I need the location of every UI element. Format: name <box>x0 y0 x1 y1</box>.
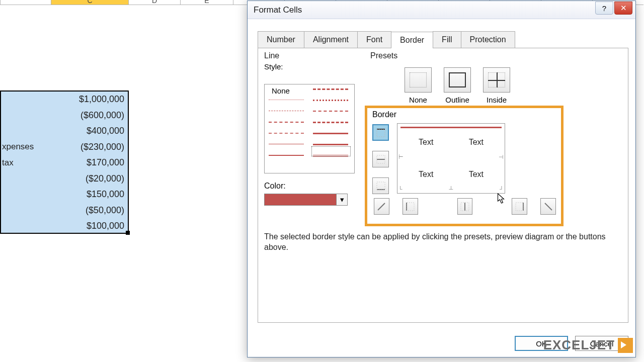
tab-bar: Number Alignment Font Border Fill Protec… <box>258 30 628 48</box>
svg-line-13 <box>545 203 552 210</box>
line-style-option[interactable] <box>269 155 304 158</box>
border-left-button[interactable] <box>403 198 418 215</box>
style-none[interactable]: None <box>272 86 290 95</box>
format-cells-dialog: Format Cells ? ✕ Number Alignment Font B… <box>247 1 636 357</box>
border-vmid-icon <box>460 202 470 212</box>
presets-section: Presets None Outline <box>370 51 622 104</box>
cell-value: $400,000 <box>52 126 128 136</box>
help-button[interactable]: ? <box>595 2 613 15</box>
border-bottom-icon <box>376 181 386 191</box>
preset-outline-icon <box>449 72 466 87</box>
col-d[interactable]: D <box>128 0 180 5</box>
border-section-highlight: Border Text Text Tex <box>365 106 564 226</box>
cell-value: ($50,000) <box>52 205 128 216</box>
watermark: EXCELJET <box>543 337 633 353</box>
preset-label: Inside <box>487 96 507 104</box>
tab-protection[interactable]: Protection <box>461 31 515 48</box>
preset-inside-icon <box>488 72 505 87</box>
preview-top-border <box>400 127 502 128</box>
border-left-icon <box>405 202 415 212</box>
preview-text: Text <box>419 170 433 179</box>
preview-text: Text <box>469 170 484 179</box>
selected-range[interactable]: $1,000,000 ($600,000) $400,000 xpenses($… <box>0 90 129 234</box>
border-right-button[interactable] <box>512 198 527 215</box>
tab-font[interactable]: Font <box>357 31 391 48</box>
row-label: xpenses <box>1 142 52 152</box>
cell-value: $100,000 <box>52 221 128 231</box>
svg-rect-5 <box>377 182 385 189</box>
cell-value: $150,000 <box>52 189 128 200</box>
line-group-label: Line <box>264 51 367 60</box>
cell-value: $170,000 <box>52 157 128 168</box>
watermark-text: EXCELJET <box>543 337 615 353</box>
col-c[interactable]: C <box>51 0 128 5</box>
line-style-option[interactable] <box>269 122 304 125</box>
line-style-option[interactable] <box>313 111 348 114</box>
svg-rect-12 <box>516 203 523 211</box>
help-text: The selected border style can be applied… <box>264 232 608 253</box>
preset-none-icon <box>410 72 427 87</box>
cell-value: ($20,000) <box>52 173 128 184</box>
preset-label: None <box>409 96 427 104</box>
line-style-option[interactable] <box>313 100 348 103</box>
tab-alignment[interactable]: Alignment <box>304 31 358 48</box>
border-top-button[interactable] <box>372 124 389 141</box>
line-style-list[interactable]: None <box>264 84 355 173</box>
tab-fill[interactable]: Fill <box>433 31 461 48</box>
border-bottom-button[interactable] <box>372 177 389 194</box>
line-style-option[interactable] <box>313 133 348 136</box>
preview-text: Text <box>469 138 484 147</box>
preview-text: Text <box>419 138 433 147</box>
line-style-option[interactable] <box>313 88 348 92</box>
watermark-logo-icon <box>618 338 633 353</box>
cell-value: ($600,000) <box>52 110 128 121</box>
svg-rect-2 <box>377 159 385 160</box>
color-dropdown-button[interactable]: ▾ <box>337 194 348 206</box>
border-group-label: Border <box>372 110 556 119</box>
svg-rect-8 <box>407 203 414 211</box>
close-icon: ✕ <box>620 4 627 13</box>
border-right-icon <box>515 202 525 212</box>
line-section: Line Style: None <box>264 51 367 206</box>
svg-rect-9 <box>464 203 465 211</box>
line-style-option[interactable] <box>313 122 348 125</box>
close-button[interactable]: ✕ <box>614 2 632 15</box>
border-middle-horizontal-button[interactable] <box>372 151 389 167</box>
border-preview[interactable]: Text Text Text Text ⊢ ⊣ └ ┘ ┴ <box>397 123 505 194</box>
line-style-option[interactable] <box>269 144 304 147</box>
fill-handle[interactable] <box>126 231 130 235</box>
titlebar[interactable]: Format Cells ? ✕ <box>248 1 635 19</box>
col-b[interactable] <box>0 0 51 5</box>
line-style-option[interactable] <box>269 111 304 114</box>
color-picker[interactable]: ▾ <box>264 194 367 206</box>
selected-style-highlight <box>311 146 351 156</box>
tab-number[interactable]: Number <box>258 31 304 48</box>
chevron-down-icon: ▾ <box>340 195 344 204</box>
preset-none-button[interactable] <box>405 67 432 93</box>
cell-value: $1,000,000 <box>52 94 128 105</box>
color-swatch[interactable] <box>264 194 337 206</box>
svg-line-6 <box>378 203 385 210</box>
preset-inside-button[interactable] <box>483 67 510 93</box>
row-label: tax <box>1 158 52 168</box>
col-e[interactable]: E <box>180 0 233 5</box>
diagonal-up-icon <box>376 202 386 212</box>
preset-outline-button[interactable] <box>444 67 471 93</box>
border-hmid-icon <box>376 154 386 164</box>
dialog-content: Line Style: None <box>258 48 628 323</box>
tab-border[interactable]: Border <box>391 32 433 48</box>
svg-rect-1 <box>377 130 385 137</box>
border-diagonal-down-button[interactable] <box>540 198 556 215</box>
preset-label: Outline <box>445 96 469 104</box>
border-top-icon <box>376 128 386 138</box>
style-label: Style: <box>264 62 367 71</box>
presets-group-label: Presets <box>370 51 622 60</box>
diagonal-down-icon <box>543 202 553 212</box>
help-icon: ? <box>602 4 606 13</box>
line-style-option[interactable] <box>269 133 304 136</box>
dialog-title: Format Cells <box>254 5 302 15</box>
border-middle-vertical-button[interactable] <box>457 198 473 215</box>
line-style-option[interactable] <box>269 100 304 103</box>
cell-value: ($230,000) <box>52 142 128 152</box>
border-diagonal-up-button[interactable] <box>374 198 389 215</box>
